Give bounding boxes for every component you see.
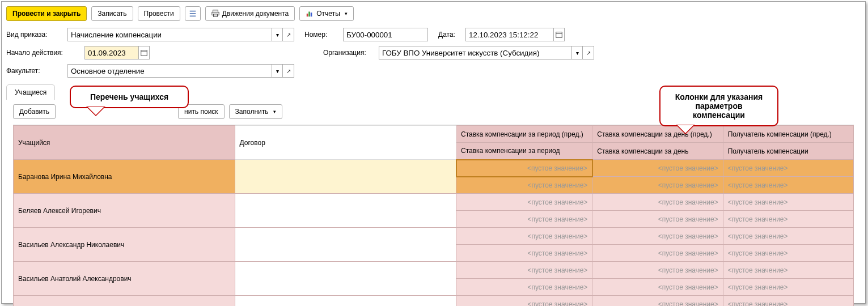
cell-student[interactable]: Беляев Алексей Игоревич [14,194,235,228]
table-row[interactable]: Беляев Алексей Игоревич<пустое значение>… [14,194,854,211]
open-button[interactable]: ↗ [583,46,594,60]
cell-value[interactable]: <пустое значение> [592,245,723,262]
calendar-button[interactable] [553,28,565,41]
cell-value[interactable]: <пустое значение> [592,279,723,296]
movements-label: Движения документа [222,10,289,18]
svg-rect-8 [311,12,312,16]
cell-contract[interactable] [235,228,456,262]
header-rate-day[interactable]: Ставка компенсации за день [592,143,723,160]
cell-value[interactable]: <пустое значение> [723,211,853,228]
calendar-icon [555,31,563,39]
document-movements-button[interactable]: Движения документа [205,6,295,21]
students-table: Учащийся Договор Ставка компенсации за п… [13,125,854,306]
cell-value[interactable]: <пустое значение> [456,177,592,194]
table-row[interactable]: Васильев Анатолий Александрович<пустое з… [14,262,854,279]
faculty-label: Факультет: [6,67,63,75]
post-and-close-button[interactable]: Провести и закрыть [6,6,87,21]
cell-value[interactable]: <пустое значение> [456,160,592,177]
cell-value[interactable]: <пустое значение> [592,160,723,177]
faculty-input[interactable] [67,64,272,78]
cell-value[interactable]: <пустое значение> [456,279,592,296]
header-rate-period[interactable]: Ставка компенсации за период [456,143,592,160]
header-contract[interactable]: Договор [235,126,456,160]
table-row[interactable]: Володин Александр Леонидович<пустое знач… [14,296,854,307]
start-date-input[interactable] [84,46,138,60]
cell-value[interactable]: <пустое значение> [723,160,853,177]
cell-student[interactable]: Васильев Александр Николаевич [14,228,235,262]
header-rate-period-prev[interactable]: Ставка компенсации за период (пред.) [456,126,592,143]
svg-rect-4 [212,12,219,15]
cell-value[interactable]: <пустое значение> [456,228,592,245]
calendar-icon [140,49,148,57]
cell-contract[interactable] [235,296,456,307]
cell-student[interactable]: Володин Александр Леонидович [14,296,235,307]
cell-value[interactable]: <пустое значение> [723,194,853,211]
chart-icon [306,10,314,18]
cell-value[interactable]: <пустое значение> [456,245,592,262]
dropdown-button[interactable]: ▾ [571,46,583,60]
add-button[interactable]: Добавить [13,104,56,119]
date-input[interactable] [465,28,553,41]
save-button[interactable]: Записать [91,6,133,21]
svg-rect-2 [189,16,196,17]
svg-rect-0 [189,11,196,12]
svg-rect-1 [189,13,196,14]
cell-contract[interactable] [235,194,456,228]
number-label: Номер: [304,31,338,39]
cell-value[interactable]: <пустое значение> [456,194,592,211]
svg-rect-7 [309,12,311,17]
cell-value[interactable]: <пустое значение> [723,262,853,279]
cell-contract[interactable] [235,262,456,296]
cell-value[interactable]: <пустое значение> [723,245,853,262]
table-row[interactable]: Васильев Александр Николаевич<пустое зна… [14,228,854,245]
callout-students-list: Перечень учащихся [70,86,189,108]
cell-value[interactable]: <пустое значение> [592,296,723,307]
table-row[interactable]: Баранова Ирина Михайловна<пустое значени… [14,160,854,177]
cell-value[interactable]: <пустое значение> [456,262,592,279]
svg-rect-3 [213,10,218,12]
org-label: Организация: [323,49,374,57]
header-recipient[interactable]: Получатель компенсации [723,143,853,160]
fill-button[interactable]: Заполнить [229,104,282,119]
date-label: Дата: [438,31,461,39]
header-rate-day-prev[interactable]: Ставка компенсации за день (пред.) [592,126,723,143]
svg-rect-9 [556,32,562,38]
printer-icon [211,10,219,18]
cell-student[interactable]: Баранова Ирина Михайловна [14,160,235,194]
org-input[interactable] [379,46,571,60]
callout-compensation-columns: Колонки для указания параметров компенса… [659,86,778,126]
order-type-input[interactable] [67,28,272,41]
order-type-label: Вид приказа: [6,31,63,39]
form-settings-button[interactable] [185,6,201,21]
cell-value[interactable]: <пустое значение> [723,296,853,307]
open-button[interactable]: ↗ [283,64,294,78]
cell-value[interactable]: <пустое значение> [456,211,592,228]
list-icon [189,10,197,18]
cell-value[interactable]: <пустое значение> [592,194,723,211]
cell-value[interactable]: <пустое значение> [592,177,723,194]
header-recipient-prev[interactable]: Получатель компенсации (пред.) [723,126,853,143]
cell-value[interactable]: <пустое значение> [723,279,853,296]
number-input[interactable] [343,28,428,41]
cell-contract[interactable] [235,160,456,194]
dropdown-button[interactable]: ▾ [272,64,283,78]
dropdown-button[interactable]: ▾ [272,28,283,41]
cell-student[interactable]: Васильев Анатолий Александрович [14,262,235,296]
cell-value[interactable]: <пустое значение> [592,211,723,228]
reports-button[interactable]: Отчеты [299,6,353,21]
reports-label: Отчеты [316,10,340,18]
start-date-label: Начало действия: [6,49,80,57]
header-student[interactable]: Учащийся [14,126,235,160]
post-button[interactable]: Провести [138,6,180,21]
cell-value[interactable]: <пустое значение> [592,228,723,245]
tab-students[interactable]: Учащиеся [6,84,55,100]
main-toolbar: Провести и закрыть Записать Провести Дви… [2,2,865,26]
cell-value[interactable]: <пустое значение> [456,296,592,307]
svg-rect-6 [307,14,308,16]
svg-rect-11 [141,50,147,56]
cell-value[interactable]: <пустое значение> [723,228,853,245]
cell-value[interactable]: <пустое значение> [723,177,853,194]
cell-value[interactable]: <пустое значение> [592,262,723,279]
calendar-button[interactable] [138,46,150,60]
open-button[interactable]: ↗ [283,28,294,41]
